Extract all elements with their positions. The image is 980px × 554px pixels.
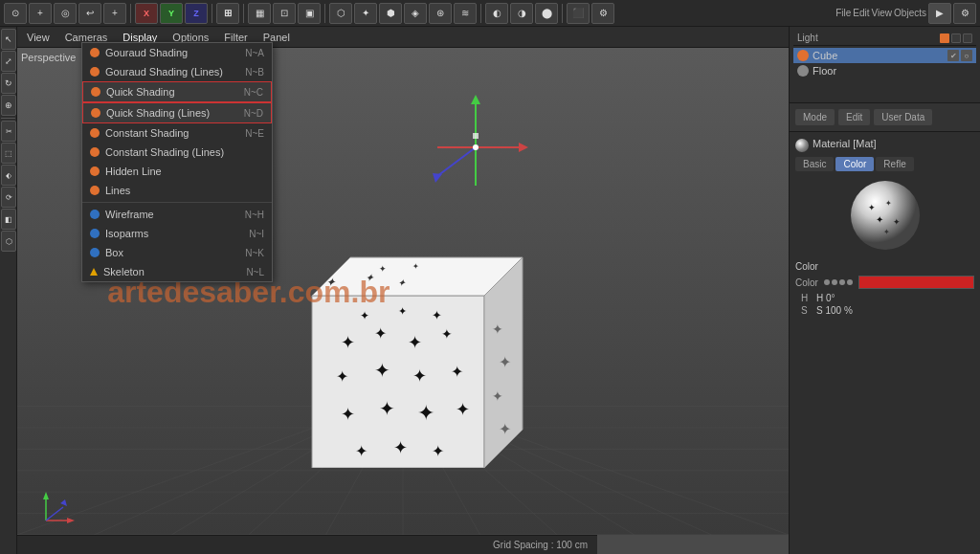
panel-ctrl-2[interactable] [951,33,961,43]
axis-z-btn[interactable]: Z [185,3,208,24]
toolbar-btn-20[interactable]: ⚙ [591,3,614,24]
gouraud-shading-item[interactable]: Gouraud Shading N~A [82,43,272,62]
color-dot-3 [839,279,845,285]
svg-text:✦: ✦ [499,421,511,437]
toolbar-btn-10[interactable]: ⬡ [329,3,352,24]
toolbar-btn-7[interactable]: ▦ [248,3,271,24]
toolbar-btn-5[interactable]: + [103,3,126,24]
gouraud-lines-shortcut: N~B [245,67,264,78]
axis-y-btn[interactable]: Y [160,3,183,24]
menu-objects[interactable]: Objects [894,8,926,18]
hidden-line-item[interactable]: Hidden Line [82,162,272,181]
toolbar-btn-16[interactable]: ◐ [485,3,508,24]
left-tool-5[interactable]: ✂ [1,121,16,142]
left-tool-10[interactable]: ⬡ [1,231,16,252]
menu-view[interactable]: View [872,8,893,18]
gouraud-lines-label: Gouraud Shading (Lines) [105,66,223,78]
left-tool-3[interactable]: ↻ [1,73,16,94]
color-swatch[interactable] [858,276,974,289]
transform-gizmo [418,90,533,205]
lines-item[interactable]: Lines [82,181,272,200]
box-item[interactable]: Box N~K [82,243,272,262]
svg-text:✦: ✦ [374,360,390,381]
cube-list-item[interactable]: Cube ✔ ○ [793,48,976,63]
toolbar-btn-2[interactable]: + [29,3,52,24]
toolbar-btn-11[interactable]: ✦ [354,3,377,24]
left-tool-1[interactable]: ↖ [1,29,16,50]
svg-text:✦: ✦ [408,333,422,352]
perspective-label: Perspective [21,52,76,63]
toolbar-btn-9[interactable]: ▣ [298,3,321,24]
panel-ctrl-1[interactable] [940,33,949,43]
toolbar-btn-6[interactable]: ⊞ [216,3,239,24]
toolbar-btn-12[interactable]: ⬢ [379,3,402,24]
toolbar-btn-18[interactable]: ⬤ [535,3,558,24]
color-tab[interactable]: Color [835,157,874,171]
left-tool-4[interactable]: ⊕ [1,95,16,116]
toolbar-btn-14[interactable]: ⊛ [429,3,452,24]
floor-list-item[interactable]: Floor [793,63,976,78]
color-dot-1 [824,279,830,285]
view-menu[interactable]: View [23,30,54,45]
svg-text:✦: ✦ [432,308,442,322]
cube-icon-1: ✔ [947,50,959,61]
constant-shading-item[interactable]: Constant Shading N~E [82,123,272,143]
left-tool-2[interactable]: ⤢ [1,51,16,72]
gouraud-dot [90,48,100,57]
s-value: S 100 % [816,305,853,316]
quick-lines-label: Quick Shading (Lines) [106,107,210,119]
hidden-line-dot [90,166,100,176]
separator-6 [562,4,563,23]
quick-shading-lines-item[interactable]: Quick Shading (Lines) N~D [82,102,272,123]
menu-file[interactable]: File [835,8,851,18]
edit-tab[interactable]: Edit [838,109,870,125]
svg-text:✦: ✦ [412,262,419,271]
floor-dot [797,65,809,77]
wireframe-item[interactable]: Wireframe N~H [82,205,272,224]
toolbar-btn-4[interactable]: ↩ [78,3,101,24]
quick-shading-dot [91,87,100,97]
toolbar-btn-1[interactable]: ⊙ [4,3,27,24]
svg-text:✦: ✦ [492,388,503,404]
isoparms-shortcut: N~I [249,229,264,239]
constant-dot [90,128,100,138]
menu-edit[interactable]: Edit [853,8,869,18]
quick-shading-item[interactable]: Quick Shading N~C [82,81,272,102]
gouraud-lines-item[interactable]: Gouraud Shading (Lines) N~B [82,62,272,81]
isoparms-item[interactable]: Isoparms N~I [82,224,272,243]
svg-text:✦: ✦ [868,203,876,212]
mode-tab[interactable]: Mode [795,109,835,125]
toolbar-btn-19[interactable]: ⬛ [567,3,590,24]
panel-ctrl-3[interactable] [963,33,972,43]
svg-point-54 [473,144,479,150]
svg-text:✦: ✦ [398,305,407,317]
color-dots [824,279,853,285]
toolbar-btn-13[interactable]: ◈ [404,3,427,24]
quick-shading-shortcut: N~C [244,87,263,98]
wireframe-shortcut: N~H [245,210,264,220]
left-separator [1,118,15,119]
render-settings-btn[interactable]: ⚙ [953,3,976,24]
reflectance-tab[interactable]: Refle [876,157,913,171]
left-tool-7[interactable]: ⬖ [1,165,16,186]
axis-x-btn[interactable]: X [135,3,158,24]
svg-text:✦: ✦ [379,264,387,274]
left-tool-6[interactable]: ⬚ [1,143,16,164]
toolbar-btn-8[interactable]: ⊡ [273,3,296,24]
gouraud-shortcut: N~A [245,48,264,58]
toolbar-btn-15[interactable]: ≋ [454,3,477,24]
toolbar-btn-17[interactable]: ◑ [510,3,533,24]
render-btn[interactable]: ▶ [928,3,951,24]
left-tool-8[interactable]: ⟳ [1,187,16,208]
userdata-tab[interactable]: User Data [874,109,932,125]
svg-text:✦: ✦ [876,214,883,225]
constant-lines-item[interactable]: Constant Shading (Lines) [82,143,272,162]
left-tool-9[interactable]: ◧ [1,209,16,230]
toolbar-btn-3[interactable]: ◎ [54,3,77,24]
svg-text:✦: ✦ [417,401,434,425]
skeleton-shortcut: N~L [246,267,264,277]
basic-tab[interactable]: Basic [795,157,834,171]
status-bar: Grid Spacing : 100 cm [17,535,597,554]
svg-text:✦: ✦ [341,333,355,352]
skeleton-item[interactable]: Skeleton N~L [82,262,272,281]
